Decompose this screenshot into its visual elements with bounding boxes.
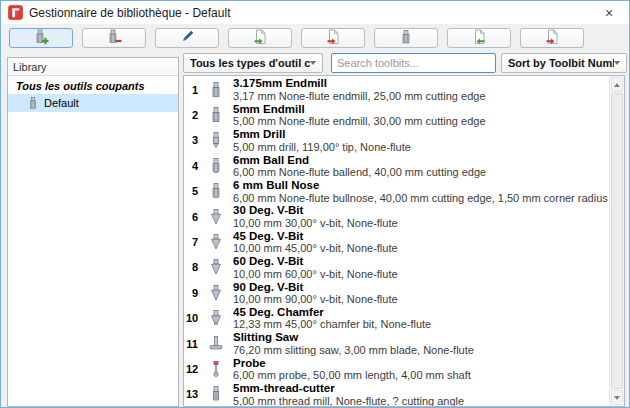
- tool-number: 6: [186, 211, 198, 223]
- chamfer-tool-icon: [206, 309, 226, 327]
- tool-title: 6mm Ball End: [233, 154, 486, 167]
- tool-subtitle: 10,00 mm 45,00° v-bit, None-flute: [233, 242, 398, 254]
- doc-arrow-green-left-icon: [471, 29, 487, 48]
- freecad-app-icon: [8, 5, 23, 20]
- tool-title: Slitting Saw: [233, 331, 474, 344]
- doc-arrow-red-icon: [544, 29, 560, 48]
- tool-title: 3.175mm Endmill: [233, 77, 486, 90]
- scrollbar-thumb[interactable]: [611, 93, 623, 389]
- tool-title: 45 Deg. V-Bit: [233, 230, 398, 243]
- library-panel-header-label: Library: [13, 61, 47, 73]
- tool-remove-icon: [106, 29, 122, 48]
- library-manager-window: Gestionnaire de bibliothèque - Default ×…: [0, 0, 630, 408]
- tool-row[interactable]: 4 6mm Ball End 6,00 mm None-flute ballen…: [184, 153, 609, 178]
- vbit-tool-icon: [206, 233, 226, 251]
- vbit-tool-icon: [206, 284, 226, 302]
- tool-row[interactable]: 13 5mm-thread-cutter 5,00 mm thread mill…: [184, 382, 609, 406]
- tool-subtitle: 6,00 mm probe, 50,00 mm length, 4,00 mm …: [233, 369, 471, 381]
- tool-type-filter-dropdown[interactable]: Tous les types d'outil coupant: [183, 53, 323, 73]
- import-library-button[interactable]: [447, 28, 511, 48]
- tool-number: 5: [186, 185, 198, 197]
- tool-row[interactable]: 1 3.175mm Endmill 3,17 mm None-flute end…: [184, 77, 609, 102]
- export-toolbit-button[interactable]: [301, 28, 365, 48]
- search-toolbits-input[interactable]: [331, 53, 496, 73]
- tool-subtitle: 5,00 mm thread mill, None-flute, ? cutti…: [233, 395, 464, 406]
- library-item-default[interactable]: Default: [8, 94, 178, 112]
- tool-row[interactable]: 9 90 Deg. V-Bit 10,00 mm 90,00° v-bit, N…: [184, 280, 609, 305]
- tool-title: 6 mm Bull Nose: [233, 179, 608, 192]
- scrollbar-track[interactable]: [611, 93, 623, 389]
- tool-subtitle: 3,17 mm None-flute endmill, 25,00 mm cut…: [233, 90, 486, 102]
- endmill-tool-icon: [206, 106, 226, 124]
- tool-title: 30 Deg. V-Bit: [233, 204, 398, 217]
- tool-subtitle: 10,00 mm 30,00° v-bit, None-flute: [233, 217, 398, 229]
- tool-subtitle: 12,33 mm 45,00° chamfer bit, None-flute: [233, 318, 431, 330]
- ballend-tool-icon: [206, 157, 226, 175]
- tool-row[interactable]: 7 45 Deg. V-Bit 10,00 mm 45,00° v-bit, N…: [184, 229, 609, 254]
- tool-title: 5mm-thread-cutter: [233, 382, 464, 395]
- library-item-label: Default: [44, 97, 79, 109]
- tool-number: 7: [186, 236, 198, 248]
- tool-row[interactable]: 11 Slitting Saw 76,20 mm slitting saw, 3…: [184, 331, 609, 356]
- create-toolbit-button[interactable]: [374, 28, 438, 48]
- toolbit-icon: [26, 96, 40, 110]
- doc-arrow-green-icon: [252, 29, 268, 48]
- tool-row[interactable]: 12 Probe 6,00 mm probe, 50,00 mm length,…: [184, 356, 609, 381]
- tool-subtitle: 5,00 mm None-flute endmill, 30,00 mm cut…: [233, 115, 486, 127]
- tool-row[interactable]: 5 6 mm Bull Nose 6,00 mm None-flute bull…: [184, 179, 609, 204]
- tool-row[interactable]: 2 5mm Endmill 5,00 mm None-flute endmill…: [184, 102, 609, 127]
- add-toolbit-button[interactable]: [9, 28, 73, 48]
- tool-row[interactable]: 10 45 Deg. Chamfer 12,33 mm 45,00° chamf…: [184, 306, 609, 331]
- toolbar: [1, 25, 629, 51]
- scroll-up-button[interactable]: [611, 77, 623, 92]
- library-tree: Tous les outils coupants Default: [8, 76, 178, 112]
- tool-number: 3: [186, 134, 198, 146]
- tool-subtitle: 6,00 mm None-flute ballend, 40,00 mm cut…: [233, 166, 486, 178]
- tool-subtitle: 6,00 mm None-flute bullnose, 40,00 mm cu…: [233, 192, 608, 204]
- tool-number: 2: [186, 109, 198, 121]
- tool-row[interactable]: 8 60 Deg. V-Bit 10,00 mm 60,00° v-bit, N…: [184, 255, 609, 280]
- tool-subtitle: 76,20 mm slitting saw, 3,00 mm blade, No…: [233, 344, 474, 356]
- vbit-tool-icon: [206, 208, 226, 226]
- library-panel: Library Tous les outils coupants Default: [7, 57, 179, 407]
- tool-number: 1: [186, 84, 198, 96]
- threadmill-tool-icon: [206, 385, 226, 403]
- doc-arrow-red-icon: [325, 29, 341, 48]
- tool-number: 13: [186, 388, 198, 400]
- tool-subtitle: 5,00 mm drill, 119,00° tip, None-flute: [233, 141, 411, 153]
- tool-row[interactable]: 6 30 Deg. V-Bit 10,00 mm 30,00° v-bit, N…: [184, 204, 609, 229]
- import-toolbit-button[interactable]: [228, 28, 292, 48]
- slittingsaw-tool-icon: [206, 335, 226, 353]
- titlebar: Gestionnaire de bibliothèque - Default ×: [1, 1, 629, 25]
- close-icon[interactable]: ×: [589, 1, 629, 25]
- filter-row: Tous les types d'outil coupant Sort by T…: [183, 53, 627, 73]
- sort-dropdown[interactable]: Sort by Toolbit Number: [501, 53, 627, 73]
- tool-title: Probe: [233, 357, 471, 370]
- tool-number: 4: [186, 160, 198, 172]
- window-title: Gestionnaire de bibliothèque - Default: [29, 6, 230, 20]
- tool-title: 5mm Drill: [233, 128, 411, 141]
- toolbit-icon: [398, 29, 414, 48]
- tool-title: 90 Deg. V-Bit: [233, 281, 398, 294]
- vertical-scrollbar[interactable]: [609, 76, 624, 406]
- tool-subtitle: 10,00 mm 60,00° v-bit, None-flute: [233, 268, 398, 280]
- export-library-button[interactable]: [520, 28, 584, 48]
- edit-toolbit-button[interactable]: [155, 28, 219, 48]
- tool-row[interactable]: 3 5mm Drill 5,00 mm drill, 119,00° tip, …: [184, 128, 609, 153]
- tool-type-filter-value: Tous les types d'outil coupant: [190, 57, 310, 69]
- tool-subtitle: 10,00 mm 90,00° v-bit, None-flute: [233, 293, 398, 305]
- library-root-item[interactable]: Tous les outils coupants: [8, 79, 178, 94]
- chevron-down-icon: [614, 61, 620, 65]
- arrow-up-icon: [614, 83, 620, 87]
- scroll-down-button[interactable]: [611, 390, 623, 405]
- bullnose-tool-icon: [206, 182, 226, 200]
- toolbit-list-panel: 1 3.175mm Endmill 3,17 mm None-flute end…: [183, 75, 625, 407]
- endmill-tool-icon: [206, 81, 226, 99]
- vbit-tool-icon: [206, 258, 226, 276]
- arrow-down-icon: [614, 396, 620, 400]
- tool-title: 45 Deg. Chamfer: [233, 306, 431, 319]
- remove-toolbit-button[interactable]: [82, 28, 146, 48]
- library-panel-header: Library: [8, 58, 178, 76]
- sort-dropdown-value: Sort by Toolbit Number: [508, 57, 614, 69]
- drill-tool-icon: [206, 131, 226, 149]
